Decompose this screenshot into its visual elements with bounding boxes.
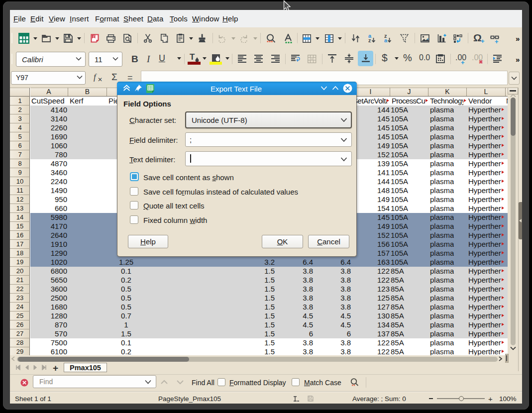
svg-text:z: z xyxy=(368,37,371,43)
svg-text:a: a xyxy=(384,37,388,43)
